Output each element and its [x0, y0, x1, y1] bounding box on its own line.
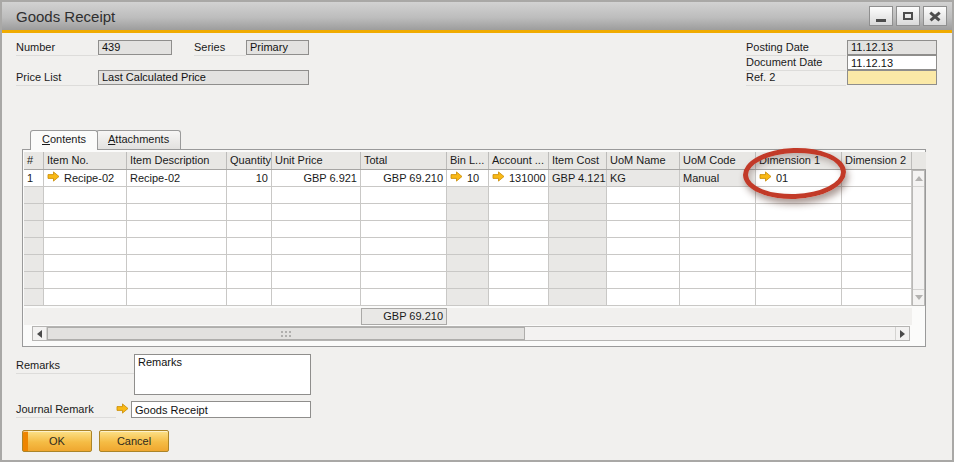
goods-receipt-window: Goods Receipt Number 439 Series Primary … — [0, 0, 954, 462]
number-field[interactable]: 439 — [98, 40, 172, 55]
col-header-quantity: Quantity — [227, 152, 272, 169]
cell-item-description[interactable]: Recipe-02 — [127, 170, 227, 187]
col-header-filler — [912, 152, 926, 169]
grip-dots-icon — [281, 331, 283, 333]
horizontal-scrollbar[interactable] — [32, 326, 910, 341]
cell-account[interactable]: 131000 — [489, 170, 549, 187]
cell-total[interactable]: GBP 69.210 — [361, 170, 447, 187]
price-list-field[interactable]: Last Calculated Price — [98, 70, 309, 85]
scroll-left-button[interactable] — [33, 327, 47, 340]
triangle-down-icon — [915, 295, 923, 300]
ref2-input[interactable] — [847, 70, 937, 85]
table-row-empty — [24, 272, 912, 289]
col-header-bin-location: Bin L... — [447, 152, 489, 169]
series-label: Series — [194, 41, 246, 56]
ok-button[interactable]: OK — [22, 430, 92, 452]
horizontal-scroll-thumb[interactable] — [47, 327, 525, 340]
table-row-empty — [24, 204, 912, 221]
col-header-uom-name: UoM Name — [607, 152, 680, 169]
tab-attachments[interactable]: Attachments — [96, 130, 181, 149]
col-header-item-cost: Item Cost — [549, 152, 607, 169]
link-arrow-icon[interactable] — [116, 403, 129, 416]
posting-date-label: Posting Date — [746, 41, 846, 56]
journal-remark-input[interactable] — [131, 401, 311, 418]
col-header-item-description: Item Description — [127, 152, 227, 169]
col-header-total: Total — [361, 152, 447, 169]
total-sum-cell: GBP 69.210 — [361, 308, 447, 325]
cell-dimension-2[interactable] — [842, 170, 912, 187]
maximize-icon — [903, 12, 913, 20]
ref2-label: Ref. 2 — [746, 71, 846, 86]
cell-bin-location[interactable]: 10 — [447, 170, 489, 187]
accent-line — [2, 30, 952, 33]
table-row-empty — [24, 238, 912, 255]
triangle-right-icon — [900, 330, 905, 338]
minimize-icon — [876, 19, 886, 22]
cell-quantity[interactable]: 10 — [227, 170, 272, 187]
document-date-input[interactable] — [847, 55, 937, 70]
cell-unit-price[interactable]: GBP 6.921 — [272, 170, 361, 187]
col-header-num: # — [24, 152, 44, 169]
scroll-up-button[interactable] — [913, 171, 924, 187]
document-date-label: Document Date — [746, 56, 846, 71]
cell-row-num[interactable]: 1 — [24, 170, 44, 187]
window-title: Goods Receipt — [16, 8, 115, 25]
journal-remark-label: Journal Remark — [16, 403, 116, 418]
minimize-button[interactable] — [869, 6, 893, 26]
vertical-scrollbar[interactable] — [912, 170, 925, 306]
table-row-empty — [24, 255, 912, 272]
table-row-empty — [24, 221, 912, 238]
window-controls — [866, 6, 947, 26]
col-header-item-no: Item No. — [44, 152, 127, 169]
number-label: Number — [16, 41, 98, 56]
cancel-button[interactable]: Cancel — [99, 430, 169, 452]
col-header-account: Account ... — [489, 152, 549, 169]
col-header-dimension-2: Dimension 2 — [842, 152, 912, 169]
triangle-left-icon — [37, 330, 42, 338]
scroll-right-button[interactable] — [895, 327, 909, 340]
price-list-label: Price List — [16, 71, 98, 86]
remarks-textarea[interactable]: Remarks — [134, 354, 311, 395]
cell-item-cost[interactable]: GBP 4.121 — [549, 170, 607, 187]
totals-row — [24, 308, 912, 325]
cell-item-no[interactable]: Recipe-02 — [44, 170, 127, 187]
link-arrow-icon[interactable] — [492, 171, 505, 186]
posting-date-field[interactable]: 11.12.13 — [847, 40, 937, 55]
link-arrow-icon[interactable] — [47, 171, 60, 186]
triangle-up-icon — [915, 176, 923, 181]
remarks-label: Remarks — [16, 359, 134, 374]
title-bar[interactable]: Goods Receipt — [2, 2, 952, 30]
series-field[interactable]: Primary — [246, 40, 309, 55]
scroll-down-button[interactable] — [913, 289, 924, 305]
close-icon — [929, 11, 941, 21]
tab-contents[interactable]: Contents — [30, 130, 98, 150]
col-header-unit-price: Unit Price — [272, 152, 361, 169]
table-row-empty — [24, 289, 912, 306]
link-arrow-icon[interactable] — [450, 171, 463, 186]
maximize-button[interactable] — [896, 6, 920, 26]
cell-uom-name[interactable]: KG — [607, 170, 680, 187]
close-button[interactable] — [923, 6, 947, 26]
empty-rows — [24, 187, 926, 306]
